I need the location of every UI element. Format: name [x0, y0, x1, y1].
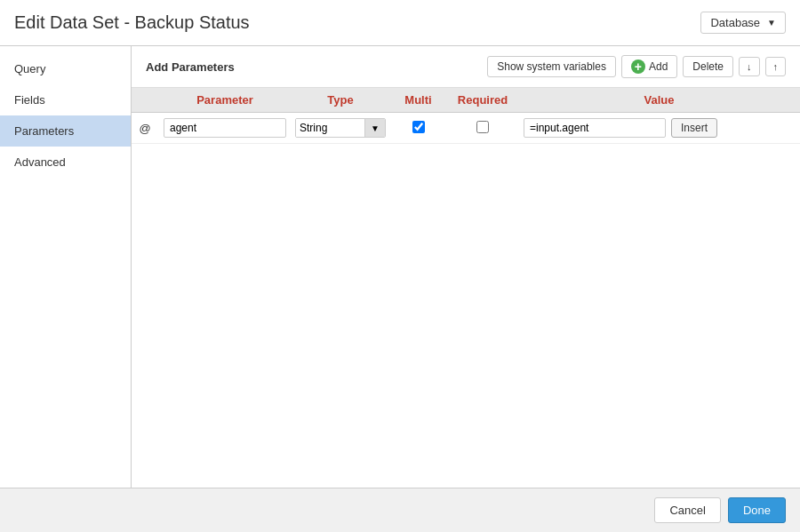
- type-select[interactable]: String Integer Date Boolean: [296, 119, 364, 137]
- value-cell: Insert: [518, 118, 800, 138]
- parameter-cell: [158, 118, 292, 138]
- page-title: Edit Data Set - Backup Status: [14, 12, 250, 33]
- section-title: Add Parameters: [146, 60, 235, 74]
- toolbar-actions: Show system variables + Add Delete ↓ ↑: [487, 55, 786, 78]
- type-select-wrapper: String Integer Date Boolean ▼: [295, 118, 386, 138]
- sidebar-item-query[interactable]: Query: [0, 53, 131, 84]
- add-button[interactable]: + Add: [621, 55, 677, 78]
- col-required-header: Required: [447, 93, 518, 107]
- done-button[interactable]: Done: [728, 497, 786, 523]
- table-header: Parameter Type Multi Required Value: [132, 88, 800, 113]
- required-checkbox[interactable]: [476, 121, 489, 133]
- type-dropdown-icon[interactable]: ▼: [364, 119, 385, 137]
- chevron-down-icon: ▼: [767, 18, 776, 28]
- footer: Cancel Done: [0, 488, 800, 532]
- sidebar: Query Fields Parameters Advanced: [0, 46, 132, 488]
- col-multi-header: Multi: [389, 93, 447, 107]
- table-body: @ String Integer Date Boolean ▼: [132, 113, 800, 488]
- header: Edit Data Set - Backup Status Database ▼: [0, 0, 800, 46]
- database-button[interactable]: Database ▼: [700, 12, 786, 34]
- body: Query Fields Parameters Advanced Add Par…: [0, 46, 800, 488]
- col-at-header: [132, 93, 158, 107]
- cancel-button[interactable]: Cancel: [654, 497, 720, 523]
- sidebar-item-parameters[interactable]: Parameters: [0, 115, 131, 147]
- move-up-button[interactable]: ↑: [765, 57, 787, 76]
- parameter-input[interactable]: [164, 118, 286, 138]
- col-value-header: Value: [518, 93, 800, 107]
- at-symbol: @: [132, 122, 158, 135]
- add-icon: +: [631, 60, 645, 74]
- insert-button[interactable]: Insert: [671, 118, 717, 138]
- sidebar-item-advanced[interactable]: Advanced: [0, 147, 131, 178]
- value-input[interactable]: [524, 118, 666, 138]
- col-parameter-header: Parameter: [158, 93, 292, 107]
- col-type-header: Type: [292, 93, 389, 107]
- table-row: @ String Integer Date Boolean ▼: [132, 113, 800, 144]
- delete-button[interactable]: Delete: [683, 56, 733, 77]
- move-down-button[interactable]: ↓: [739, 57, 760, 76]
- main-content: Add Parameters Show system variables + A…: [132, 46, 800, 488]
- required-cell: [447, 121, 518, 136]
- multi-checkbox[interactable]: [412, 121, 425, 133]
- show-system-variables-button[interactable]: Show system variables: [487, 56, 616, 77]
- parameters-toolbar: Add Parameters Show system variables + A…: [132, 46, 800, 88]
- database-label: Database: [710, 16, 760, 29]
- sidebar-item-fields[interactable]: Fields: [0, 84, 131, 115]
- type-cell: String Integer Date Boolean ▼: [292, 118, 389, 138]
- multi-cell: [389, 121, 447, 136]
